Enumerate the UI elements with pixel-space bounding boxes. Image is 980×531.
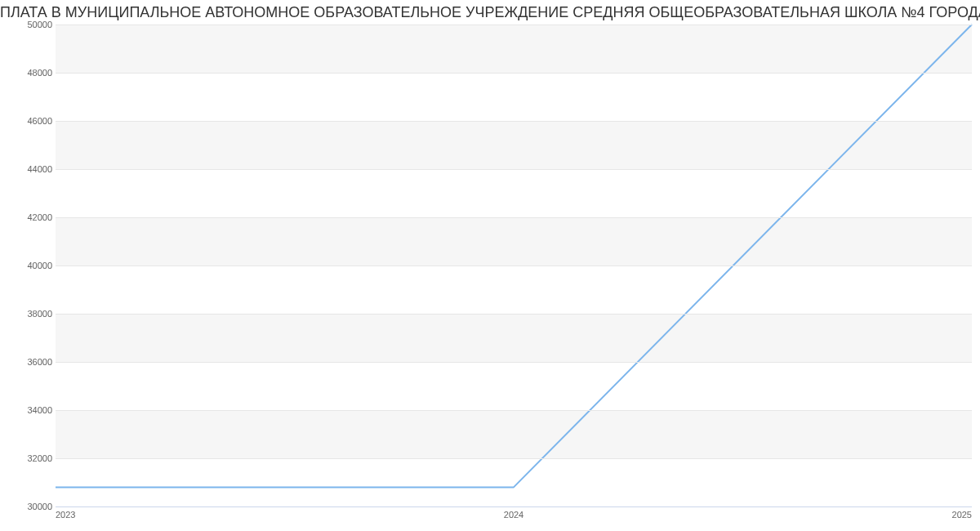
gridline: [56, 121, 972, 122]
x-tick-label: 2025: [952, 511, 972, 520]
gridline: [56, 266, 972, 266]
gridline: [56, 217, 972, 218]
y-tick-label: 46000: [7, 117, 52, 126]
y-tick-label: 36000: [7, 358, 52, 367]
gridline: [56, 73, 972, 74]
gridline: [56, 25, 972, 25]
x-tick-label: 2024: [504, 511, 523, 520]
gridline: [56, 410, 972, 411]
chart-title: ПЛАТА В МУНИЦИПАЛЬНОЕ АВТОНОМНОЕ ОБРАЗОВ…: [0, 4, 980, 21]
y-tick-label: 48000: [7, 69, 52, 78]
y-tick-label: 40000: [7, 261, 52, 270]
chart-container: ПЛАТА В МУНИЦИПАЛЬНОЕ АВТОНОМНОЕ ОБРАЗОВ…: [0, 0, 980, 531]
x-axis-line: [56, 506, 972, 507]
y-tick-label: 34000: [7, 406, 52, 415]
gridline: [56, 458, 972, 459]
gridline: [56, 314, 972, 315]
gridline: [56, 362, 972, 363]
y-tick-label: 30000: [7, 502, 52, 511]
gridline: [56, 169, 972, 170]
y-tick-label: 44000: [7, 165, 52, 174]
series-line: [56, 25, 972, 487]
y-tick-label: 38000: [7, 310, 52, 319]
x-tick-label: 2023: [56, 511, 75, 520]
plot-area: [56, 25, 972, 506]
y-tick-label: 32000: [7, 454, 52, 463]
y-tick-label: 42000: [7, 213, 52, 222]
y-tick-label: 50000: [7, 20, 52, 29]
